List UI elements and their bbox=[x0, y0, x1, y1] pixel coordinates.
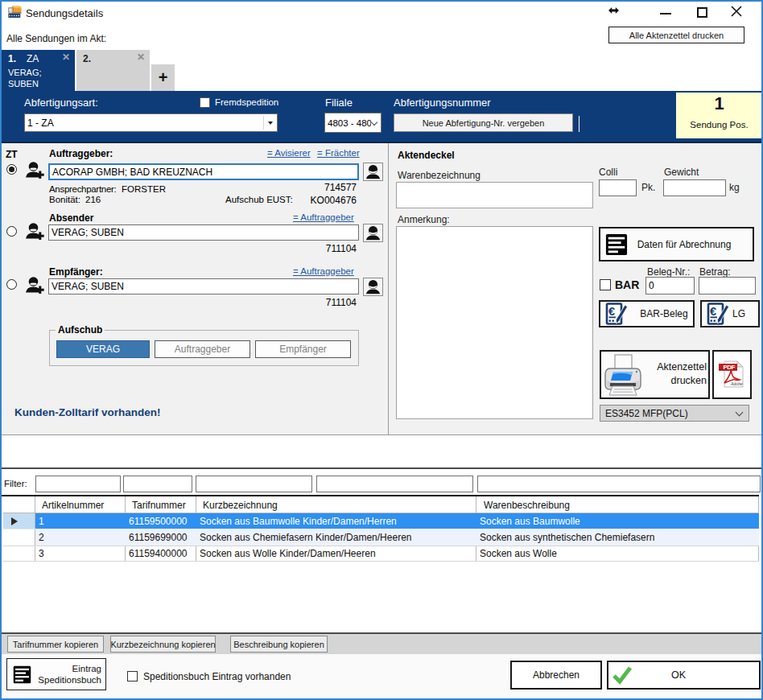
svg-text:€: € bbox=[710, 305, 716, 318]
svg-text:PDF: PDF bbox=[724, 364, 736, 371]
svg-text:Adobe: Adobe bbox=[730, 381, 743, 386]
svg-text:€: € bbox=[608, 305, 615, 318]
